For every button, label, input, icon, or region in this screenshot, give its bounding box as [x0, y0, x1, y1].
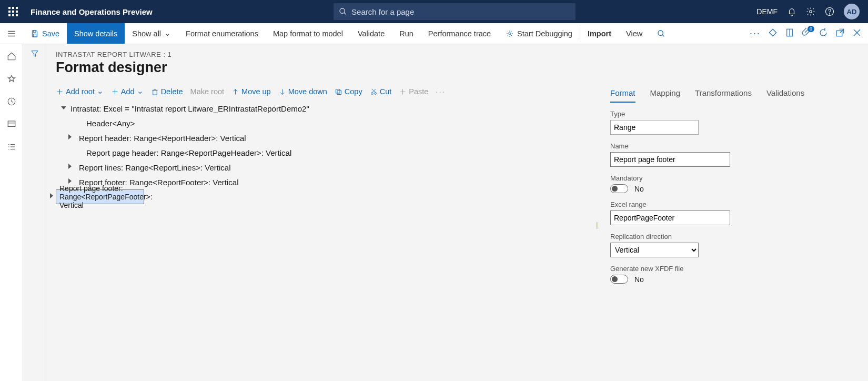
search-icon: [339, 7, 347, 16]
expand-icon[interactable]: [60, 105, 67, 112]
property-tabs: Format Mapping Transformations Validatio…: [610, 85, 852, 103]
tab-transformations[interactable]: Transformations: [695, 85, 752, 103]
paste-button: Paste: [399, 87, 428, 96]
show-all-label: Show all: [132, 29, 161, 38]
tree-row[interactable]: Report lines: Range<ReportLines>: Vertic…: [56, 160, 600, 175]
tree-row[interactable]: Header<Any>: [56, 116, 600, 131]
tab-mapping[interactable]: Mapping: [650, 85, 681, 103]
attach-icon[interactable]: 0: [802, 28, 811, 39]
show-details-button[interactable]: Show details: [67, 23, 125, 44]
delete-button[interactable]: Delete: [151, 87, 183, 96]
tree-row[interactable]: Intrastat: Excel = "Intrastat report Lit…: [56, 101, 600, 116]
find-button[interactable]: [650, 23, 673, 44]
make-root-button: Make root: [190, 87, 224, 96]
view-button[interactable]: View: [619, 23, 650, 44]
tree-row[interactable]: Report page header: Range<ReportPageHead…: [56, 145, 600, 160]
replication-direction-select[interactable]: Vertical: [610, 243, 699, 257]
type-label: Type: [610, 110, 852, 118]
page-title: Format designer: [46, 59, 868, 85]
app-launcher-icon[interactable]: [8, 7, 18, 16]
tree-row-selected[interactable]: Report page footer: Range<ReportPageFoot…: [56, 189, 144, 204]
more-icon[interactable]: ···: [750, 28, 761, 39]
filter-icon[interactable]: [31, 49, 39, 381]
map-format-button[interactable]: Map format to model: [266, 23, 350, 44]
add-button[interactable]: Add ⌄: [111, 87, 144, 96]
search-box[interactable]: [334, 3, 576, 20]
debug-icon: [506, 29, 514, 38]
popout-icon[interactable]: [835, 28, 845, 39]
topbar: Finance and Operations Preview DEMF AD: [0, 0, 868, 23]
save-button[interactable]: Save: [23, 23, 67, 44]
chevron-down-icon: ⌄: [164, 29, 171, 37]
close-icon[interactable]: [852, 28, 862, 39]
svg-point-40: [374, 92, 376, 94]
move-up-button[interactable]: Move up: [231, 87, 271, 96]
import-button[interactable]: Import: [580, 23, 619, 44]
show-details-label: Show details: [74, 29, 117, 38]
run-button[interactable]: Run: [392, 23, 421, 44]
svg-rect-32: [153, 90, 157, 95]
tab-validations[interactable]: Validations: [766, 85, 804, 103]
svg-point-39: [371, 92, 373, 94]
validate-button[interactable]: Validate: [350, 23, 392, 44]
format-enum-button[interactable]: Format enumerations: [178, 23, 266, 44]
xfdf-label: Generate new XFDF file: [610, 265, 852, 273]
page-icon[interactable]: [785, 28, 794, 39]
tree-row[interactable]: Report header: Range<ReportHeader>: Vert…: [56, 131, 600, 145]
save-icon: [31, 29, 39, 38]
recent-icon[interactable]: [7, 97, 16, 108]
copy-button[interactable]: Copy: [335, 87, 362, 96]
tree-more-icon[interactable]: ···: [436, 87, 445, 96]
refresh-icon[interactable]: [819, 28, 828, 39]
nav-rail: [0, 44, 23, 381]
collapse-icon[interactable]: [49, 193, 54, 200]
tree-toolbar: Add root ⌄ Add ⌄ Delete Make root Move u…: [56, 85, 600, 101]
diamond-icon[interactable]: [768, 28, 778, 39]
type-field: [610, 120, 699, 135]
name-field[interactable]: [610, 152, 730, 167]
svg-point-11: [658, 31, 663, 35]
svg-point-2: [810, 11, 812, 13]
workspace-icon[interactable]: [7, 119, 16, 131]
search-input[interactable]: [351, 7, 570, 16]
nav-toggle-button[interactable]: [0, 23, 23, 44]
excel-label: Excel range: [610, 200, 852, 208]
svg-point-10: [509, 33, 511, 35]
svg-point-0: [340, 8, 345, 13]
favorite-icon[interactable]: [7, 74, 16, 85]
app-title: Finance and Operations Preview: [31, 7, 153, 16]
avatar[interactable]: AD: [844, 4, 860, 19]
start-debug-button[interactable]: Start Debugging: [498, 23, 580, 44]
svg-line-1: [344, 13, 346, 14]
filter-column: [23, 44, 46, 381]
save-label: Save: [42, 29, 59, 38]
company-code[interactable]: DEMF: [756, 7, 778, 16]
name-label: Name: [610, 142, 852, 150]
xfdf-toggle[interactable]: [610, 275, 628, 284]
svg-line-12: [662, 35, 664, 36]
cut-button[interactable]: Cut: [370, 87, 392, 96]
add-root-button[interactable]: Add root ⌄: [56, 87, 104, 96]
breadcrumb: INTRASTAT REPORT LITWARE : 1: [46, 51, 868, 59]
move-down-button[interactable]: Move down: [278, 87, 327, 96]
tab-format[interactable]: Format: [610, 85, 635, 103]
rep-dir-label: Replication direction: [610, 233, 852, 240]
modules-icon[interactable]: [7, 142, 16, 153]
mandatory-value: No: [634, 185, 644, 193]
property-panel: ‖ Format Mapping Transformations Validat…: [600, 85, 868, 381]
bell-icon[interactable]: [787, 7, 796, 16]
collapse-icon[interactable]: [66, 164, 74, 171]
help-icon[interactable]: [825, 7, 834, 16]
perf-trace-button[interactable]: Performance trace: [421, 23, 498, 44]
svg-rect-20: [8, 121, 15, 127]
excel-range-field[interactable]: [610, 210, 730, 225]
svg-rect-8: [33, 31, 36, 32]
show-all-button[interactable]: Show all ⌄: [125, 23, 178, 44]
format-tree: Intrastat: Excel = "Intrastat report Lit…: [56, 101, 600, 204]
splitter-icon[interactable]: ‖: [596, 221, 600, 229]
gear-icon[interactable]: [806, 7, 815, 16]
command-bar: Save Show details Show all ⌄ Format enum…: [0, 23, 868, 44]
mandatory-toggle[interactable]: [610, 184, 628, 193]
collapse-icon[interactable]: [66, 134, 74, 142]
home-icon[interactable]: [7, 52, 16, 63]
